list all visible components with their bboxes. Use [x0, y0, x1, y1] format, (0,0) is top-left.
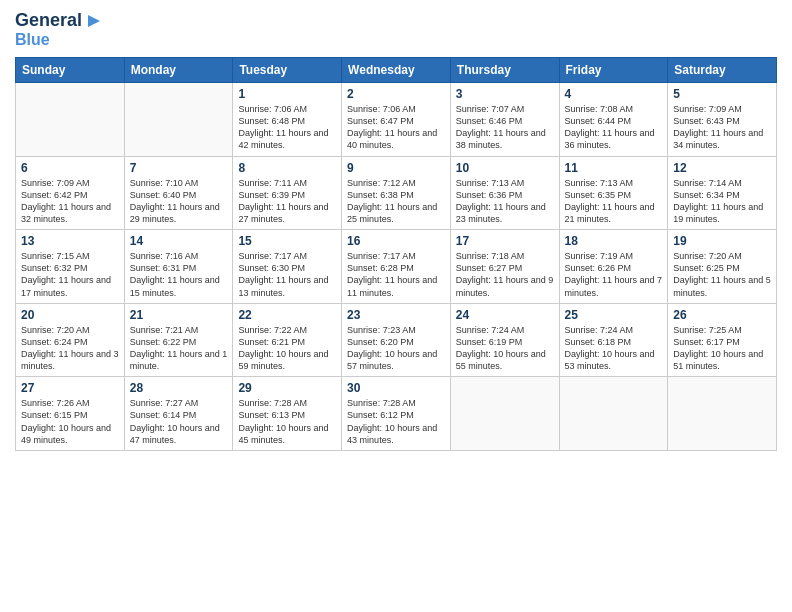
calendar-cell: 18Sunrise: 7:19 AM Sunset: 6:26 PM Dayli…	[559, 230, 668, 304]
calendar-cell: 8Sunrise: 7:11 AM Sunset: 6:39 PM Daylig…	[233, 156, 342, 230]
day-number: 2	[347, 87, 445, 101]
day-info: Sunrise: 7:26 AM Sunset: 6:15 PM Dayligh…	[21, 397, 119, 446]
calendar-header-friday: Friday	[559, 58, 668, 83]
day-number: 10	[456, 161, 554, 175]
calendar-header-sunday: Sunday	[16, 58, 125, 83]
day-number: 3	[456, 87, 554, 101]
calendar-cell: 5Sunrise: 7:09 AM Sunset: 6:43 PM Daylig…	[668, 83, 777, 157]
calendar-header-saturday: Saturday	[668, 58, 777, 83]
calendar-cell: 28Sunrise: 7:27 AM Sunset: 6:14 PM Dayli…	[124, 377, 233, 451]
week-row-4: 20Sunrise: 7:20 AM Sunset: 6:24 PM Dayli…	[16, 303, 777, 377]
calendar-cell: 21Sunrise: 7:21 AM Sunset: 6:22 PM Dayli…	[124, 303, 233, 377]
calendar-cell	[450, 377, 559, 451]
calendar-cell: 14Sunrise: 7:16 AM Sunset: 6:31 PM Dayli…	[124, 230, 233, 304]
calendar-cell: 7Sunrise: 7:10 AM Sunset: 6:40 PM Daylig…	[124, 156, 233, 230]
day-info: Sunrise: 7:25 AM Sunset: 6:17 PM Dayligh…	[673, 324, 771, 373]
day-number: 17	[456, 234, 554, 248]
day-info: Sunrise: 7:15 AM Sunset: 6:32 PM Dayligh…	[21, 250, 119, 299]
day-info: Sunrise: 7:18 AM Sunset: 6:27 PM Dayligh…	[456, 250, 554, 299]
day-info: Sunrise: 7:09 AM Sunset: 6:43 PM Dayligh…	[673, 103, 771, 152]
day-info: Sunrise: 7:17 AM Sunset: 6:30 PM Dayligh…	[238, 250, 336, 299]
day-number: 9	[347, 161, 445, 175]
day-info: Sunrise: 7:14 AM Sunset: 6:34 PM Dayligh…	[673, 177, 771, 226]
day-info: Sunrise: 7:24 AM Sunset: 6:18 PM Dayligh…	[565, 324, 663, 373]
calendar-cell: 25Sunrise: 7:24 AM Sunset: 6:18 PM Dayli…	[559, 303, 668, 377]
calendar-cell: 6Sunrise: 7:09 AM Sunset: 6:42 PM Daylig…	[16, 156, 125, 230]
header: General Blue	[15, 10, 777, 49]
calendar-cell: 27Sunrise: 7:26 AM Sunset: 6:15 PM Dayli…	[16, 377, 125, 451]
logo: General Blue	[15, 10, 104, 49]
day-info: Sunrise: 7:27 AM Sunset: 6:14 PM Dayligh…	[130, 397, 228, 446]
calendar-table: SundayMondayTuesdayWednesdayThursdayFrid…	[15, 57, 777, 451]
day-info: Sunrise: 7:17 AM Sunset: 6:28 PM Dayligh…	[347, 250, 445, 299]
day-number: 25	[565, 308, 663, 322]
day-info: Sunrise: 7:06 AM Sunset: 6:48 PM Dayligh…	[238, 103, 336, 152]
week-row-3: 13Sunrise: 7:15 AM Sunset: 6:32 PM Dayli…	[16, 230, 777, 304]
day-number: 5	[673, 87, 771, 101]
day-info: Sunrise: 7:12 AM Sunset: 6:38 PM Dayligh…	[347, 177, 445, 226]
calendar-cell: 1Sunrise: 7:06 AM Sunset: 6:48 PM Daylig…	[233, 83, 342, 157]
calendar-cell	[16, 83, 125, 157]
week-row-2: 6Sunrise: 7:09 AM Sunset: 6:42 PM Daylig…	[16, 156, 777, 230]
calendar-header-row: SundayMondayTuesdayWednesdayThursdayFrid…	[16, 58, 777, 83]
calendar-cell	[559, 377, 668, 451]
calendar-cell: 15Sunrise: 7:17 AM Sunset: 6:30 PM Dayli…	[233, 230, 342, 304]
calendar-cell	[124, 83, 233, 157]
day-number: 4	[565, 87, 663, 101]
calendar-header-wednesday: Wednesday	[342, 58, 451, 83]
calendar-cell: 23Sunrise: 7:23 AM Sunset: 6:20 PM Dayli…	[342, 303, 451, 377]
calendar-cell: 16Sunrise: 7:17 AM Sunset: 6:28 PM Dayli…	[342, 230, 451, 304]
calendar-cell: 9Sunrise: 7:12 AM Sunset: 6:38 PM Daylig…	[342, 156, 451, 230]
day-number: 27	[21, 381, 119, 395]
calendar-cell: 13Sunrise: 7:15 AM Sunset: 6:32 PM Dayli…	[16, 230, 125, 304]
week-row-5: 27Sunrise: 7:26 AM Sunset: 6:15 PM Dayli…	[16, 377, 777, 451]
day-info: Sunrise: 7:22 AM Sunset: 6:21 PM Dayligh…	[238, 324, 336, 373]
day-info: Sunrise: 7:20 AM Sunset: 6:24 PM Dayligh…	[21, 324, 119, 373]
logo-general: General	[15, 10, 82, 31]
calendar-cell: 4Sunrise: 7:08 AM Sunset: 6:44 PM Daylig…	[559, 83, 668, 157]
day-info: Sunrise: 7:08 AM Sunset: 6:44 PM Dayligh…	[565, 103, 663, 152]
calendar-cell: 29Sunrise: 7:28 AM Sunset: 6:13 PM Dayli…	[233, 377, 342, 451]
calendar-cell: 24Sunrise: 7:24 AM Sunset: 6:19 PM Dayli…	[450, 303, 559, 377]
logo-blue: Blue	[15, 31, 104, 49]
day-info: Sunrise: 7:21 AM Sunset: 6:22 PM Dayligh…	[130, 324, 228, 373]
day-info: Sunrise: 7:11 AM Sunset: 6:39 PM Dayligh…	[238, 177, 336, 226]
day-number: 21	[130, 308, 228, 322]
day-number: 23	[347, 308, 445, 322]
day-info: Sunrise: 7:10 AM Sunset: 6:40 PM Dayligh…	[130, 177, 228, 226]
calendar-cell: 26Sunrise: 7:25 AM Sunset: 6:17 PM Dayli…	[668, 303, 777, 377]
day-info: Sunrise: 7:23 AM Sunset: 6:20 PM Dayligh…	[347, 324, 445, 373]
calendar-cell: 30Sunrise: 7:28 AM Sunset: 6:12 PM Dayli…	[342, 377, 451, 451]
day-number: 1	[238, 87, 336, 101]
day-info: Sunrise: 7:24 AM Sunset: 6:19 PM Dayligh…	[456, 324, 554, 373]
day-number: 28	[130, 381, 228, 395]
day-number: 29	[238, 381, 336, 395]
day-info: Sunrise: 7:20 AM Sunset: 6:25 PM Dayligh…	[673, 250, 771, 299]
day-number: 19	[673, 234, 771, 248]
day-number: 30	[347, 381, 445, 395]
week-row-1: 1Sunrise: 7:06 AM Sunset: 6:48 PM Daylig…	[16, 83, 777, 157]
day-number: 8	[238, 161, 336, 175]
day-info: Sunrise: 7:06 AM Sunset: 6:47 PM Dayligh…	[347, 103, 445, 152]
day-number: 11	[565, 161, 663, 175]
calendar-cell: 3Sunrise: 7:07 AM Sunset: 6:46 PM Daylig…	[450, 83, 559, 157]
calendar-cell: 20Sunrise: 7:20 AM Sunset: 6:24 PM Dayli…	[16, 303, 125, 377]
day-number: 26	[673, 308, 771, 322]
calendar-cell: 10Sunrise: 7:13 AM Sunset: 6:36 PM Dayli…	[450, 156, 559, 230]
calendar-header-thursday: Thursday	[450, 58, 559, 83]
day-number: 6	[21, 161, 119, 175]
calendar-cell: 17Sunrise: 7:18 AM Sunset: 6:27 PM Dayli…	[450, 230, 559, 304]
calendar-cell: 12Sunrise: 7:14 AM Sunset: 6:34 PM Dayli…	[668, 156, 777, 230]
day-number: 22	[238, 308, 336, 322]
calendar-header-monday: Monday	[124, 58, 233, 83]
calendar-cell: 11Sunrise: 7:13 AM Sunset: 6:35 PM Dayli…	[559, 156, 668, 230]
day-info: Sunrise: 7:16 AM Sunset: 6:31 PM Dayligh…	[130, 250, 228, 299]
day-info: Sunrise: 7:07 AM Sunset: 6:46 PM Dayligh…	[456, 103, 554, 152]
day-info: Sunrise: 7:19 AM Sunset: 6:26 PM Dayligh…	[565, 250, 663, 299]
calendar-cell: 22Sunrise: 7:22 AM Sunset: 6:21 PM Dayli…	[233, 303, 342, 377]
day-number: 14	[130, 234, 228, 248]
day-number: 18	[565, 234, 663, 248]
day-number: 24	[456, 308, 554, 322]
day-number: 13	[21, 234, 119, 248]
day-info: Sunrise: 7:28 AM Sunset: 6:12 PM Dayligh…	[347, 397, 445, 446]
